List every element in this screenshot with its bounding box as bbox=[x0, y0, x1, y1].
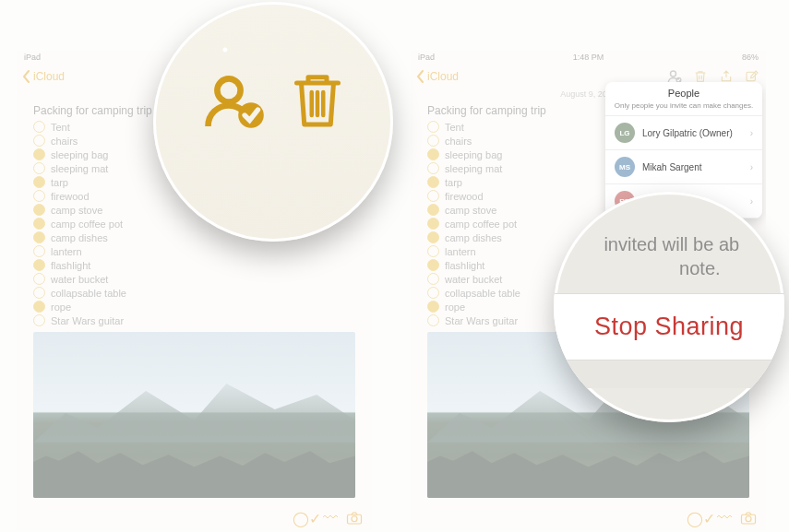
svg-point-9 bbox=[746, 516, 751, 522]
checklist-item[interactable]: Star Wars guitar bbox=[33, 314, 355, 326]
checklist-label: camp dishes bbox=[51, 232, 108, 243]
draw-icon[interactable]: 〰 bbox=[322, 510, 339, 526]
checklist-label: sleeping mat bbox=[445, 163, 502, 174]
popover-subtitle: Only people you invite can make changes. bbox=[605, 101, 762, 116]
camera-icon[interactable] bbox=[346, 510, 363, 526]
avatar: LG bbox=[615, 123, 635, 143]
svg-point-10 bbox=[217, 78, 240, 101]
share-person-icon[interactable] bbox=[201, 68, 268, 138]
person-name: Mikah Sargent bbox=[642, 162, 743, 172]
checkbox-circle[interactable] bbox=[33, 259, 45, 271]
checkbox-circle[interactable] bbox=[33, 162, 45, 174]
chevron-right-icon: › bbox=[750, 196, 753, 207]
checklist-label: Tent bbox=[51, 122, 70, 133]
checklist-label: lantern bbox=[445, 246, 476, 257]
back-label: iCloud bbox=[33, 70, 65, 83]
chevron-right-icon: › bbox=[750, 162, 753, 172]
checkbox-circle[interactable] bbox=[427, 218, 439, 230]
checkbox-circle[interactable] bbox=[427, 190, 439, 202]
checklist-item[interactable]: flashlight bbox=[33, 259, 355, 271]
clock: 1:48 PM bbox=[573, 53, 604, 62]
checklist-label: water bucket bbox=[51, 274, 108, 285]
checkbox-circle[interactable] bbox=[33, 204, 45, 216]
checklist-item[interactable]: rope bbox=[33, 301, 355, 313]
checklist-label: camp dishes bbox=[445, 232, 502, 243]
checklist-label: flashlight bbox=[445, 260, 484, 271]
battery-label: 86% bbox=[742, 53, 759, 62]
checklist-label: Star Wars guitar bbox=[51, 315, 124, 326]
checklist-item[interactable]: water bucket bbox=[33, 273, 355, 285]
checklist-label: Star Wars guitar bbox=[445, 315, 518, 326]
status-bar: iPad 1:48 PM 86% bbox=[411, 51, 766, 64]
checklist-label: Tent bbox=[445, 122, 464, 133]
magnifier-stop-sharing-zoom: invited will be ab note. Stop Sharing bbox=[554, 192, 784, 422]
checklist-label: sleeping mat bbox=[51, 163, 108, 174]
back-button[interactable]: iCloud bbox=[22, 70, 65, 83]
checkbox-circle[interactable] bbox=[33, 301, 45, 313]
checkbox-circle[interactable] bbox=[33, 245, 45, 257]
checklist-label: flashlight bbox=[51, 260, 90, 271]
checkbox-circle[interactable] bbox=[33, 231, 45, 243]
person-row[interactable]: LGLory Gilpatric (Owner)› bbox=[605, 116, 762, 150]
checklist-label: chairs bbox=[51, 136, 78, 147]
checklist-label: camp coffee pot bbox=[445, 219, 517, 230]
check-icon[interactable]: ◯✓ bbox=[692, 510, 709, 526]
chevron-left-icon bbox=[416, 70, 425, 83]
avatar: MS bbox=[615, 157, 635, 177]
magnifier-toolbar-zoom bbox=[153, 2, 393, 242]
checklist-label: rope bbox=[51, 301, 71, 313]
check-icon[interactable]: ◯✓ bbox=[298, 510, 315, 526]
checkbox-circle[interactable] bbox=[427, 245, 439, 257]
checkbox-circle[interactable] bbox=[427, 204, 439, 216]
checkbox-circle[interactable] bbox=[33, 121, 45, 133]
checklist-label: firewood bbox=[51, 191, 90, 202]
chevron-left-icon bbox=[22, 70, 31, 83]
checklist-label: water bucket bbox=[445, 274, 502, 285]
back-button[interactable]: iCloud bbox=[416, 70, 459, 83]
checkbox-circle[interactable] bbox=[33, 135, 45, 147]
note-tools: ◯✓ 〰 bbox=[298, 510, 363, 526]
trash-icon[interactable] bbox=[290, 68, 345, 138]
checkbox-circle[interactable] bbox=[33, 218, 45, 230]
note-tools: ◯✓ 〰 bbox=[692, 510, 757, 526]
checkbox-circle[interactable] bbox=[427, 162, 439, 174]
checklist-label: camp stove bbox=[445, 205, 496, 216]
checkbox-circle[interactable] bbox=[33, 190, 45, 202]
checkbox-circle[interactable] bbox=[427, 148, 439, 160]
device-label: iPad bbox=[24, 53, 41, 62]
checkbox-circle[interactable] bbox=[427, 231, 439, 243]
sharing-hint-text: invited will be ab note. bbox=[592, 227, 747, 293]
checkbox-circle[interactable] bbox=[427, 135, 439, 147]
checklist-label: tarp bbox=[51, 177, 68, 188]
checklist-label: chairs bbox=[445, 136, 472, 147]
checkbox-circle[interactable] bbox=[427, 121, 439, 133]
checkbox-circle[interactable] bbox=[33, 314, 45, 326]
checklist-label: rope bbox=[445, 301, 465, 313]
checklist-label: collapsable table bbox=[445, 288, 520, 299]
checkbox-circle[interactable] bbox=[427, 259, 439, 271]
chevron-right-icon: › bbox=[750, 128, 753, 138]
note-photo bbox=[33, 332, 355, 498]
draw-icon[interactable]: 〰 bbox=[716, 510, 733, 526]
checkbox-circle[interactable] bbox=[33, 148, 45, 160]
checklist-label: firewood bbox=[445, 191, 484, 202]
svg-point-4 bbox=[352, 516, 357, 522]
checklist-label: lantern bbox=[51, 246, 82, 257]
checkbox-circle[interactable] bbox=[427, 176, 439, 188]
checklist-label: sleeping bag bbox=[445, 149, 502, 160]
checkbox-circle[interactable] bbox=[33, 287, 45, 299]
stop-sharing-button[interactable]: Stop Sharing bbox=[554, 293, 784, 361]
checklist-item[interactable]: lantern bbox=[33, 245, 355, 257]
checklist-item[interactable]: collapsable table bbox=[33, 287, 355, 299]
checkbox-circle[interactable] bbox=[33, 273, 45, 285]
person-row[interactable]: MSMikah Sargent› bbox=[605, 150, 762, 184]
checklist-label: tarp bbox=[445, 177, 462, 188]
checklist-label: camp coffee pot bbox=[51, 219, 123, 230]
checkbox-circle[interactable] bbox=[427, 314, 439, 326]
checkbox-circle[interactable] bbox=[33, 176, 45, 188]
camera-icon[interactable] bbox=[740, 510, 757, 526]
checklist-label: camp stove bbox=[51, 205, 102, 216]
checkbox-circle[interactable] bbox=[427, 273, 439, 285]
checkbox-circle[interactable] bbox=[427, 287, 439, 299]
checkbox-circle[interactable] bbox=[427, 301, 439, 313]
